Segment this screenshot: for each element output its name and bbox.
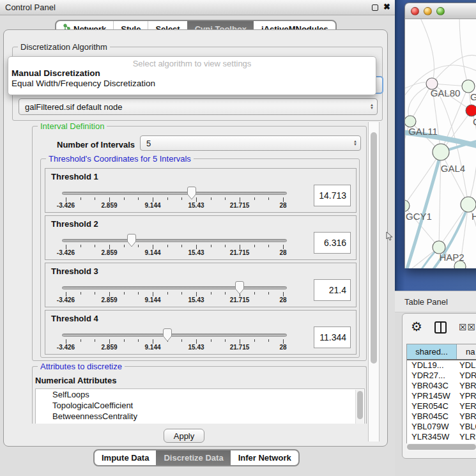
table-panel-title: Table Panel — [404, 297, 448, 307]
table-row[interactable]: YER054CYER0 — [407, 401, 476, 411]
slider-tick-label: -3.426 — [51, 202, 81, 209]
scrollbar-thumb[interactable] — [357, 391, 363, 419]
table-cell: YBR0 — [457, 411, 476, 422]
slider-tick — [95, 292, 95, 295]
slider-tick-label: 15.43 — [181, 344, 211, 351]
slider-tick — [283, 245, 284, 249]
table-row[interactable]: YPR145WYPR1 — [407, 391, 476, 401]
mode-tab-impute-data[interactable]: Impute Data — [95, 450, 156, 465]
scrollbar-thumb[interactable] — [371, 132, 377, 364]
numerical-attributes-list[interactable]: SelfLoopsTopologicalCoefficientBetweenne… — [35, 388, 365, 424]
slider-tick — [138, 339, 139, 342]
slider-tick — [81, 339, 81, 342]
gear-icon[interactable]: ⚙ — [411, 319, 422, 334]
slider-tick — [167, 245, 168, 247]
table-data-combo[interactable]: galFiltered.sif default node ▲▼ — [19, 98, 378, 115]
settings-scrollbar[interactable] — [368, 122, 380, 441]
table-row[interactable]: YDL19...YDL1 — [407, 360, 476, 371]
threshold-4-value-field[interactable]: 11.344 — [314, 326, 351, 348]
mode-tab-infer-network[interactable]: Infer Network — [231, 450, 298, 465]
slider-tick — [254, 245, 255, 247]
threshold-1-slider-track[interactable] — [62, 192, 287, 195]
numerical-attributes-header: Numerical Attributes — [35, 376, 116, 385]
algorithm-option[interactable]: Equal Width/Frequency Discretization — [8, 79, 376, 89]
slider-tick — [254, 339, 255, 342]
slider-tick — [66, 339, 66, 344]
threshold-3-slider-track[interactable] — [62, 286, 287, 289]
algorithm-option[interactable]: Manual Discretization — [8, 68, 376, 79]
algorithm-dropdown-popup: Select algorithm to view settings Manual… — [8, 56, 376, 95]
network-view-window[interactable]: GAL80GACGAL11GAL4GCY1HHAP2 — [404, 3, 476, 268]
slider-tick — [66, 292, 66, 296]
attributes-scrollbar[interactable] — [355, 390, 364, 424]
attributes-group-label: Attributes to discretize — [38, 362, 125, 371]
slider-tick — [211, 339, 211, 342]
column-header-1[interactable]: shared... — [407, 344, 457, 359]
cyni-mode-tabbar: Impute DataDiscretize DataInfer Network — [93, 449, 300, 466]
thresholds-group-label: Threshold's Coordinates for 5 Intervals — [46, 154, 194, 164]
zoom-traffic-light-icon[interactable] — [436, 7, 445, 15]
threshold-4-slider-track[interactable] — [62, 334, 287, 337]
threshold-label: Threshold 1 — [51, 172, 98, 181]
svg-text:GAL4: GAL4 — [441, 163, 465, 174]
attribute-item[interactable]: SelfLoops — [36, 389, 364, 400]
slider-tick-label: 21.715 — [225, 344, 254, 351]
attributes-group: Attributes to discretize Numerical Attri… — [32, 366, 367, 424]
mode-tab-discretize-data[interactable]: Discretize Data — [156, 450, 230, 465]
table-row[interactable]: YBL079WYBL0 — [407, 422, 476, 432]
attribute-item[interactable]: BetweennessCentrality — [36, 411, 364, 422]
slider-tick — [181, 245, 182, 247]
table-row[interactable]: YBR043CYBR0 — [407, 381, 476, 391]
slider-tick — [254, 292, 255, 295]
slider-tick — [240, 245, 240, 249]
column-header-2[interactable]: na — [457, 344, 476, 359]
slider-tick — [138, 245, 139, 247]
apply-button[interactable]: Apply — [164, 429, 204, 443]
table-cell: YBR043C — [407, 381, 457, 391]
table-cell: YBR045C — [407, 411, 457, 422]
threshold-panel-4: Threshold 4-3.4262.8599.14415.4321.71528… — [45, 310, 357, 355]
table-data-combo-value: galFiltered.sif default node — [25, 102, 122, 112]
threshold-label: Threshold 4 — [51, 314, 98, 323]
table-cell: YPR1 — [457, 391, 476, 401]
slider-tick — [225, 197, 226, 200]
table-cell: YDL1 — [457, 360, 476, 371]
threshold-2-value-field[interactable]: 6.316 — [314, 232, 351, 254]
close-traffic-light-icon[interactable] — [411, 7, 419, 15]
network-canvas[interactable]: GAL80GACGAL11GAL4GCY1HHAP2 — [404, 19, 476, 268]
threshold-1-slider-handle[interactable] — [186, 186, 197, 203]
slider-tick-label: 28 — [268, 344, 298, 351]
slider-tick — [138, 197, 139, 200]
threshold-3-slider-handle[interactable] — [234, 280, 245, 298]
control-panel-titlebar: Control Panel ✖ — [0, 0, 395, 15]
float-window-icon[interactable] — [372, 4, 378, 11]
checkbox-icons[interactable]: ☒☒ — [459, 322, 476, 332]
close-icon[interactable]: ✖ — [383, 2, 390, 12]
threshold-label: Threshold 3 — [51, 266, 98, 276]
slider-tick — [138, 292, 139, 295]
table-row[interactable]: YBR045CYBR0 — [407, 411, 476, 422]
table-cell: YDL19... — [407, 360, 457, 371]
scrollbar-thumb[interactable] — [407, 444, 476, 450]
algorithm-group-label: Discretization Algorithm — [18, 42, 110, 52]
threshold-3-value-field[interactable]: 21.4 — [314, 279, 351, 301]
slider-tick-label: 28 — [268, 202, 298, 209]
split-columns-icon[interactable] — [434, 321, 447, 334]
threshold-1-value-field[interactable]: 14.713 — [314, 185, 351, 206]
table-cell: YBL079W — [407, 422, 457, 432]
table-row[interactable]: YLR345WYLR3 — [407, 432, 476, 442]
threshold-4-slider-handle[interactable] — [162, 328, 173, 345]
threshold-2-slider-handle[interactable] — [126, 233, 137, 250]
minimize-traffic-light-icon[interactable] — [424, 7, 432, 15]
attribute-item[interactable]: TopologicalCoefficient — [36, 400, 364, 411]
threshold-2-slider-track[interactable] — [62, 239, 287, 242]
slider-tick-label: 15.43 — [181, 249, 211, 256]
table-horizontal-scrollbar[interactable] — [406, 443, 476, 451]
slider-tick-label: 21.715 — [225, 202, 254, 209]
slider-tick — [124, 292, 125, 295]
num-intervals-combo[interactable]: 5 ▲▼ — [140, 135, 361, 151]
node-table[interactable]: shared...na YDL19...YDL1YDR27...YDR2YBR0… — [406, 344, 476, 448]
table-row[interactable]: YDR27...YDR2 — [407, 371, 476, 381]
table-cell: YER0 — [457, 401, 476, 411]
slider-tick — [153, 245, 153, 249]
